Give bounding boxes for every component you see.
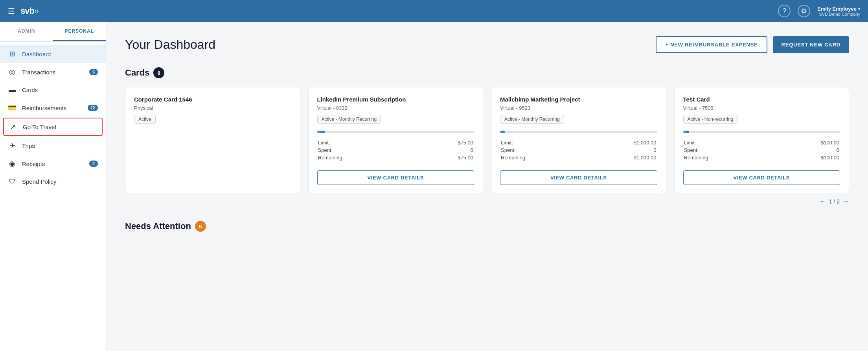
cards-pagination: ← 1 / 2 → — [125, 198, 849, 205]
sidebar-item-label: Dashboard — [22, 51, 98, 57]
trips-icon: ✈ — [8, 141, 17, 150]
tab-personal[interactable]: PERSONAL — [53, 22, 106, 41]
svb-logo: svb» — [20, 6, 39, 16]
needs-attention-header: Needs Attention 5 — [125, 221, 849, 232]
user-name-text: Emily Employee — [817, 6, 857, 12]
next-page-button[interactable]: → — [843, 198, 849, 205]
sidebar: ADMIN PERSONAL ⊞ Dashboard ◎ Transaction… — [0, 22, 106, 351]
card-tile-2: Mailchimp Marketing Project Virtual - 95… — [491, 87, 666, 193]
spent-label: Spent: — [501, 147, 583, 153]
cards-section-title: Cards — [125, 68, 149, 78]
prev-page-button[interactable]: ← — [820, 198, 826, 205]
sidebar-item-label: Cards — [22, 87, 98, 93]
spent-value: 0 — [415, 147, 473, 153]
sidebar-item-transactions[interactable]: ◎ Transactions 5 — [0, 63, 106, 81]
main-content: Your Dashboard + NEW REIMBURSABLE EXPENS… — [106, 22, 868, 351]
topnav-left: ☰ svb» — [8, 6, 39, 16]
sidebar-item-go-to-travel[interactable]: ↗ Go To Travel — [3, 118, 103, 136]
card-type: Virtual - 7506 — [683, 105, 840, 111]
receipts-badge: 2 — [89, 161, 98, 167]
go-to-travel-icon: ↗ — [9, 122, 17, 131]
card-name: Test Card — [683, 96, 840, 103]
sidebar-item-label: Go To Travel — [23, 124, 97, 130]
needs-attention-badge: 5 — [195, 221, 206, 232]
card-progress-fill — [683, 131, 690, 133]
sidebar-item-cards[interactable]: ▬ Cards — [0, 81, 106, 99]
logo-arrow: » — [34, 6, 39, 16]
spent-value: 0 — [775, 147, 839, 153]
card-action: VIEW CARD DETAILS — [500, 164, 657, 185]
hamburger-menu-icon[interactable]: ☰ — [8, 6, 15, 16]
card-status-badge: Active - Non-recurring — [683, 115, 738, 124]
limit-value: $75.00 — [415, 139, 473, 146]
sidebar-item-trips[interactable]: ✈ Trips — [0, 137, 106, 155]
sidebar-item-label: Transactions — [22, 69, 84, 76]
sidebar-item-spend-policy[interactable]: 🛡 Spend Policy — [0, 173, 106, 190]
view-card-details-button[interactable]: VIEW CARD DETAILS — [500, 170, 657, 185]
help-icon[interactable]: ? — [778, 5, 791, 17]
dashboard-icon: ⊞ — [8, 50, 17, 58]
card-tile-0: Corporate Card 1546 Physical Active — [125, 87, 300, 193]
card-progress-fill — [500, 131, 505, 133]
card-details: Limit:$100.00 Spent:0 Remaining:$100.00 — [683, 139, 840, 162]
remaining-value: $75.00 — [415, 154, 473, 161]
receipts-icon: ◉ — [8, 159, 17, 168]
view-card-details-button[interactable]: VIEW CARD DETAILS — [683, 170, 840, 185]
view-card-details-button[interactable]: VIEW CARD DETAILS — [317, 170, 474, 185]
remaining-value: $1,000.00 — [584, 154, 656, 161]
remaining-label: Remaining: — [318, 154, 414, 161]
user-chevron: ▾ — [858, 7, 860, 11]
user-info[interactable]: Emily Employee ▾ SVB Demo Company — [817, 6, 860, 17]
card-details: Limit:$1,000.00 Spent:0 Remaining:$1,000… — [500, 139, 657, 162]
sidebar-item-dashboard[interactable]: ⊞ Dashboard — [0, 45, 106, 63]
header-actions: + NEW REIMBURSABLE EXPENSE REQUEST NEW C… — [656, 36, 849, 53]
needs-attention-title: Needs Attention — [125, 221, 191, 231]
transactions-badge: 5 — [89, 69, 98, 75]
card-details: Limit:$75.00 Spent:0 Remaining:$75.00 — [317, 139, 474, 162]
sidebar-item-reimbursements[interactable]: 💳 Reimbursements 22 — [0, 99, 106, 117]
limit-label: Limit: — [684, 139, 774, 146]
sidebar-item-label: Spend Policy — [22, 178, 98, 185]
card-type: Virtual - 0332 — [317, 105, 474, 111]
card-action: VIEW CARD DETAILS — [683, 164, 840, 185]
card-name: Mailchimp Marketing Project — [500, 96, 657, 103]
remaining-value: $100.00 — [775, 154, 839, 161]
card-status-badge: Active — [134, 115, 156, 124]
page-header: Your Dashboard + NEW REIMBURSABLE EXPENS… — [125, 36, 849, 53]
card-type: Physical — [134, 105, 291, 111]
card-status-badge: Active - Monthly Recurring — [317, 115, 381, 124]
app-body: ADMIN PERSONAL ⊞ Dashboard ◎ Transaction… — [0, 22, 868, 351]
remaining-label: Remaining: — [684, 154, 774, 161]
transactions-icon: ◎ — [8, 68, 17, 76]
limit-label: Limit: — [318, 139, 414, 146]
limit-value: $100.00 — [775, 139, 839, 146]
card-name: Corporate Card 1546 — [134, 96, 291, 103]
request-card-button[interactable]: REQUEST NEW CARD — [773, 36, 849, 53]
cards-grid: Corporate Card 1546 Physical Active Link… — [125, 87, 849, 193]
spent-label: Spent: — [684, 147, 774, 153]
reimbursements-badge: 22 — [88, 105, 98, 111]
cards-count-badge: 8 — [153, 67, 164, 78]
sidebar-item-label: Trips — [22, 142, 98, 149]
spent-label: Spent: — [318, 147, 414, 153]
card-progress-bar — [683, 131, 840, 133]
cards-icon: ▬ — [8, 86, 17, 94]
card-progress-fill — [317, 131, 325, 133]
limit-label: Limit: — [501, 139, 583, 146]
cards-section-header: Cards 8 — [125, 67, 849, 78]
page-title: Your Dashboard — [125, 37, 215, 52]
sidebar-tabs: ADMIN PERSONAL — [0, 22, 106, 42]
limit-value: $1,000.00 — [584, 139, 656, 146]
topnav: ☰ svb» ? ⚙ Emily Employee ▾ SVB Demo Com… — [0, 0, 868, 22]
card-progress-bar — [317, 131, 474, 133]
sidebar-item-label: Reimbursements — [22, 105, 82, 111]
sidebar-item-receipts[interactable]: ◉ Receipts 2 — [0, 155, 106, 173]
settings-icon[interactable]: ⚙ — [798, 5, 810, 17]
tab-admin[interactable]: ADMIN — [0, 22, 53, 41]
sidebar-item-label: Receipts — [22, 161, 84, 167]
user-company-text: SVB Demo Company — [817, 12, 860, 17]
card-progress-bar — [500, 131, 657, 133]
card-name: LinkedIn Premium Subscription — [317, 96, 474, 103]
new-expense-button[interactable]: + NEW REIMBURSABLE EXPENSE — [656, 36, 767, 53]
spend-policy-icon: 🛡 — [8, 177, 17, 186]
